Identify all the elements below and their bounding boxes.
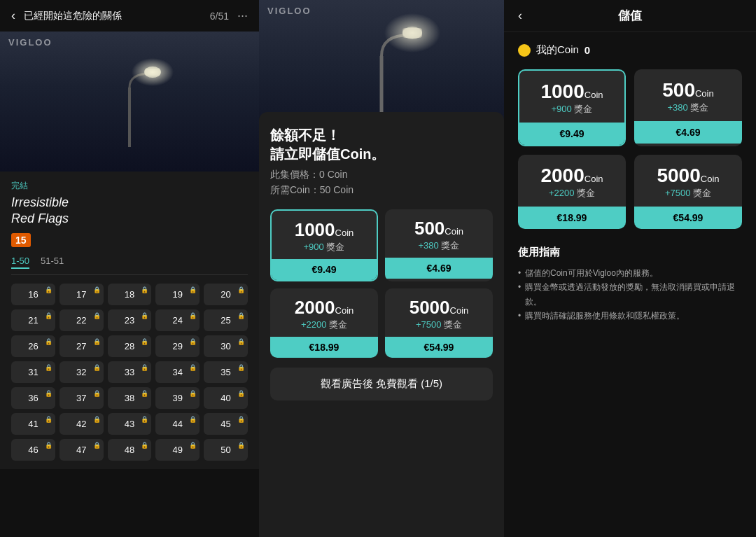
right-pkg-card-0[interactable]: 1000Coin+900 獎金€9.49 — [518, 69, 626, 146]
dialog-subtitle: 此集價格：0 Coin 所需Coin：50 Coin — [270, 167, 493, 198]
my-coin-label: 我的Coin — [536, 43, 579, 57]
lock-icon: 🔒 — [237, 338, 245, 345]
insufficient-funds-dialog: 餘額不足！ 請立即儲值Coin。 此集價格：0 Coin 所需Coin：50 C… — [259, 112, 504, 537]
pkg-amount: 500Coin — [392, 218, 486, 239]
lock-icon: 🔒 — [45, 338, 52, 345]
lamp-post-illustration — [66, 56, 192, 147]
episode-progress: 6/51 — [210, 11, 229, 22]
back-arrow-left[interactable]: ‹ — [11, 8, 15, 23]
middle-pkg-card-2[interactable]: 2000Coin+2200 獎金€18.99 — [270, 288, 378, 358]
watch-ad-button[interactable]: 觀看廣告後 免費觀看 (1/5) — [270, 368, 493, 400]
right-pkg-card-2[interactable]: 2000Coin+2200 獎金€18.99 — [518, 155, 626, 229]
age-rating-badge: 15 — [11, 233, 31, 247]
episode-cell[interactable]: 20🔒 — [204, 284, 248, 305]
episode-cell[interactable]: 17🔒 — [59, 284, 104, 305]
pkg-bonus: +7500 獎金 — [392, 319, 486, 331]
pkg-price: €4.69 — [385, 258, 493, 279]
episode-cell[interactable]: 30🔒 — [204, 335, 248, 357]
episode-cell[interactable]: 42🔒 — [59, 413, 104, 435]
episode-cell[interactable]: 44🔒 — [155, 413, 200, 435]
pkg-bonus: +2200 獎金 — [277, 319, 371, 331]
episode-cell[interactable]: 33🔒 — [108, 361, 152, 383]
pkg-price: €9.49 — [272, 259, 377, 280]
pkg-bonus: +380 獎金 — [392, 239, 486, 252]
my-coin-value: 0 — [584, 44, 590, 56]
episode-tabs: 1-50 51-51 — [11, 256, 248, 275]
episode-cell[interactable]: 47🔒 — [59, 439, 104, 461]
lock-icon: 🔒 — [141, 442, 148, 449]
episode-cell[interactable]: 19🔒 — [155, 284, 200, 305]
middle-pkg-card-3[interactable]: 5000Coin+7500 獎金€54.99 — [385, 288, 493, 358]
guide-item-2: 購買時請確認服務使用條款和隱私權政策。 — [518, 309, 742, 323]
vigloo-watermark-left: VIGLOO — [8, 37, 52, 48]
middle-packages-grid: 1000Coin+900 獎金€9.49500Coin+380 獎金€4.692… — [270, 209, 493, 358]
lock-icon: 🔒 — [189, 338, 197, 345]
lock-icon: 🔒 — [237, 442, 245, 449]
right-packages-grid: 1000Coin+900 獎金€9.49500Coin+380 獎金€4.692… — [518, 69, 742, 229]
middle-pkg-card-0[interactable]: 1000Coin+900 獎金€9.49 — [270, 209, 378, 281]
episode-cell[interactable]: 37🔒 — [59, 387, 104, 409]
lock-icon: 🔒 — [45, 416, 52, 423]
svg-point-9 — [402, 27, 422, 39]
episode-cell[interactable]: 23🔒 — [108, 309, 152, 331]
episode-cell[interactable]: 45🔒 — [204, 413, 248, 435]
episode-cell[interactable]: 24🔒 — [155, 309, 200, 331]
guide-items: 儲值的Coin可用於Vigloo內的服務。購買金幣或透過活動發放的獎勵，無法取消… — [518, 266, 742, 323]
episode-cell[interactable]: 40🔒 — [204, 387, 248, 409]
complete-badge: 完結 — [11, 180, 248, 192]
left-header: ‹ 已經開始這危險的關係 6/51 ··· — [0, 0, 259, 32]
lock-icon: 🔒 — [45, 312, 52, 319]
episode-cell[interactable]: 34🔒 — [155, 361, 200, 383]
episode-cell[interactable]: 50🔒 — [204, 439, 248, 461]
episode-cell[interactable]: 49🔒 — [155, 439, 200, 461]
episode-cell[interactable]: 48🔒 — [108, 439, 152, 461]
lock-icon: 🔒 — [189, 416, 197, 423]
episode-cell[interactable]: 28🔒 — [108, 335, 152, 357]
video-thumbnail: VIGLOO — [0, 32, 259, 172]
tab-1-50[interactable]: 1-50 — [11, 256, 29, 269]
left-panel: ‹ 已經開始這危險的關係 6/51 ··· VIGLOO — [0, 0, 259, 537]
svg-point-4 — [144, 67, 161, 78]
episode-cell[interactable]: 39🔒 — [155, 387, 200, 409]
episode-cell[interactable]: 46🔒 — [11, 439, 55, 461]
back-arrow-right[interactable]: ‹ — [518, 8, 522, 23]
usage-guide-section: 使用指南 儲值的Coin可用於Vigloo內的服務。購買金幣或透過活動發放的獎勵… — [518, 246, 742, 323]
episode-cell[interactable]: 21🔒 — [11, 309, 55, 331]
right-pkg-card-1[interactable]: 500Coin+380 獎金€4.69 — [634, 69, 742, 146]
pkg-price: €54.99 — [385, 337, 493, 358]
right-pkg-card-3[interactable]: 5000Coin+7500 獎金€54.99 — [634, 155, 742, 229]
drama-nav-title: 已經開始這危險的關係 — [24, 10, 202, 22]
guide-title: 使用指南 — [518, 246, 742, 259]
lock-icon: 🔒 — [93, 312, 101, 319]
episode-cell[interactable]: 38🔒 — [108, 387, 152, 409]
episode-cell[interactable]: 32🔒 — [59, 361, 104, 383]
episode-cell[interactable]: 43🔒 — [108, 413, 152, 435]
episode-cell[interactable]: 25🔒 — [204, 309, 248, 331]
episode-cell[interactable]: 36🔒 — [11, 387, 55, 409]
lock-icon: 🔒 — [45, 364, 52, 371]
episode-cell[interactable]: 35🔒 — [204, 361, 248, 383]
lock-icon: 🔒 — [93, 364, 101, 371]
episode-cell[interactable]: 18🔒 — [108, 284, 152, 305]
tab-51-51[interactable]: 51-51 — [41, 256, 64, 269]
episode-cell[interactable]: 31🔒 — [11, 361, 55, 383]
right-pkg-price: €9.49 — [519, 123, 624, 145]
episode-list-section: 完結 IrresistibleRed Flags 15 1-50 51-51 1… — [0, 172, 259, 469]
coin-dot-icon — [518, 44, 531, 57]
right-pkg-amount: 2000Coin — [526, 165, 617, 187]
pkg-amount: 1000Coin — [279, 219, 370, 241]
lock-icon: 🔒 — [141, 416, 148, 423]
episode-cell[interactable]: 22🔒 — [59, 309, 104, 331]
episode-cell[interactable]: 26🔒 — [11, 335, 55, 357]
middle-pkg-card-1[interactable]: 500Coin+380 獎金€4.69 — [385, 209, 493, 281]
right-pkg-price: €54.99 — [634, 207, 742, 229]
episode-cell[interactable]: 41🔒 — [11, 413, 55, 435]
episode-cell[interactable]: 27🔒 — [59, 335, 104, 357]
episode-cell[interactable]: 29🔒 — [155, 335, 200, 357]
lock-icon: 🔒 — [93, 390, 101, 397]
middle-panel: VIGLOO 餘額不足！ 請立即儲值Coin。 此集價格：0 Coin 所需Co… — [259, 0, 504, 537]
more-options[interactable]: ··· — [237, 8, 248, 23]
episode-cell[interactable]: 16🔒 — [11, 284, 55, 305]
pkg-amount: 2000Coin — [277, 297, 371, 319]
lock-icon: 🔒 — [93, 416, 101, 423]
